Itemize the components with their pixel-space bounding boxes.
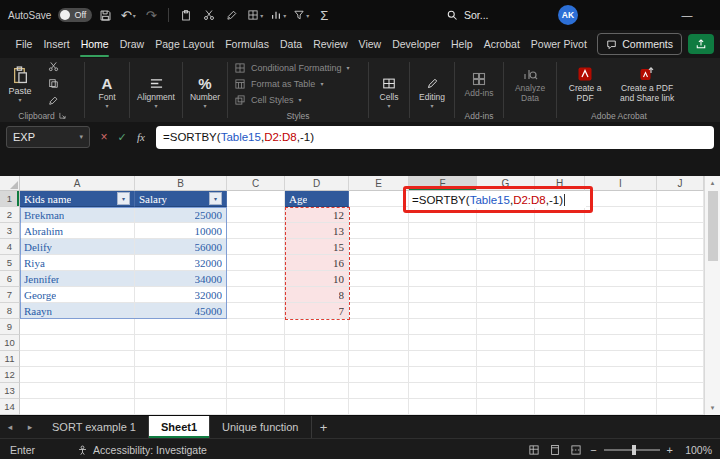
cell-A2[interactable]: Brekman: [20, 207, 135, 223]
font-group-button[interactable]: A Font ▾: [85, 58, 129, 122]
cell-F4[interactable]: [409, 239, 477, 255]
cell-G12[interactable]: [477, 367, 535, 383]
menu-tab-view[interactable]: View: [353, 30, 387, 58]
zoom-level[interactable]: 100%: [680, 444, 712, 456]
zoom-out-button[interactable]: −: [590, 444, 596, 456]
cell-J2[interactable]: [657, 207, 704, 223]
scroll-up-icon[interactable]: ▴: [705, 176, 720, 190]
cell-J6[interactable]: [657, 271, 704, 287]
cell-A11[interactable]: [20, 351, 135, 367]
cell-A3[interactable]: Abrahim: [20, 223, 135, 239]
cell-B10[interactable]: [135, 335, 227, 351]
cell-H10[interactable]: [535, 335, 585, 351]
cell-A9[interactable]: [20, 319, 135, 335]
format-as-table-button[interactable]: Format as Table ▾: [234, 76, 368, 91]
menu-tab-acrobat[interactable]: Acrobat: [478, 30, 525, 58]
menu-tab-home[interactable]: Home: [75, 30, 114, 58]
cell-F11[interactable]: [409, 351, 477, 367]
chart-button[interactable]: ▾: [268, 4, 288, 26]
cell-E14[interactable]: [349, 399, 409, 415]
cell-H14[interactable]: [535, 399, 585, 415]
cell-B2[interactable]: 25000: [135, 207, 227, 223]
cell-B11[interactable]: [135, 351, 227, 367]
menu-tab-formulas[interactable]: Formulas: [220, 30, 275, 58]
cell-D14[interactable]: [285, 399, 349, 415]
analyze-data-button[interactable]: Analyze Data: [504, 64, 556, 104]
cell-B5[interactable]: 32000: [135, 255, 227, 271]
cell-H13[interactable]: [535, 383, 585, 399]
cell-J10[interactable]: [657, 335, 704, 351]
row-header-6[interactable]: 6: [0, 271, 20, 287]
cell-E7[interactable]: [349, 287, 409, 303]
cell-J4[interactable]: [657, 239, 704, 255]
cell-G13[interactable]: [477, 383, 535, 399]
zoom-slider[interactable]: [604, 449, 660, 451]
col-header-I[interactable]: I: [585, 176, 657, 191]
col-header-J[interactable]: J: [657, 176, 704, 191]
cell-F10[interactable]: [409, 335, 477, 351]
col-header-A[interactable]: A: [20, 176, 135, 191]
cell-G6[interactable]: [477, 271, 535, 287]
cell-E3[interactable]: [349, 223, 409, 239]
menu-tab-insert[interactable]: Insert: [38, 30, 75, 58]
cell-H4[interactable]: [535, 239, 585, 255]
insert-function-button[interactable]: fx: [132, 131, 150, 143]
zoom-slider-thumb[interactable]: [632, 445, 636, 455]
cell-B12[interactable]: [135, 367, 227, 383]
cell-B9[interactable]: [135, 319, 227, 335]
autosum-button[interactable]: Σ: [314, 4, 334, 26]
cell-I4[interactable]: [585, 239, 657, 255]
cell-G7[interactable]: [477, 287, 535, 303]
cell-I3[interactable]: [585, 223, 657, 239]
cell-F6[interactable]: [409, 271, 477, 287]
cell-B7[interactable]: 32000: [135, 287, 227, 303]
enter-button[interactable]: ✓: [114, 131, 130, 144]
cell-G2[interactable]: [477, 207, 535, 223]
format-painter-button[interactable]: [222, 4, 242, 26]
add-ins-button[interactable]: Add-ins: [462, 69, 497, 99]
cut-button[interactable]: [199, 4, 219, 26]
cell-H8[interactable]: [535, 303, 585, 319]
cell-H7[interactable]: [535, 287, 585, 303]
cancel-button[interactable]: ×: [96, 130, 112, 144]
cell-H3[interactable]: [535, 223, 585, 239]
cell-H2[interactable]: [535, 207, 585, 223]
cell-H6[interactable]: [535, 271, 585, 287]
format-painter-button[interactable]: [44, 94, 62, 108]
cell-E1[interactable]: [349, 191, 409, 207]
cell-G11[interactable]: [477, 351, 535, 367]
cell-J14[interactable]: [657, 399, 704, 415]
paste-button[interactable]: Paste ▾: [0, 59, 40, 109]
row-header-11[interactable]: 11: [0, 351, 20, 367]
cell-G10[interactable]: [477, 335, 535, 351]
menu-tab-data[interactable]: Data: [274, 30, 307, 58]
cell-D5[interactable]: 16: [285, 255, 349, 271]
cell-I1[interactable]: [585, 191, 657, 207]
cell-D12[interactable]: [285, 367, 349, 383]
row-header-2[interactable]: 2: [0, 207, 20, 223]
cell-D10[interactable]: [285, 335, 349, 351]
cell-C11[interactable]: [227, 351, 285, 367]
row-header-10[interactable]: 10: [0, 335, 20, 351]
cell-A6[interactable]: Jennifer: [20, 271, 135, 287]
create-pdf-share-button[interactable]: Create a PDF and Share link: [613, 64, 681, 104]
cell-J9[interactable]: [657, 319, 704, 335]
cell-E9[interactable]: [349, 319, 409, 335]
menu-tab-power-pivot[interactable]: Power Pivot: [525, 30, 592, 58]
cell-F7[interactable]: [409, 287, 477, 303]
cell-J7[interactable]: [657, 287, 704, 303]
cell-B6[interactable]: 34000: [135, 271, 227, 287]
cell-E4[interactable]: [349, 239, 409, 255]
row-header-4[interactable]: 4: [0, 239, 20, 255]
borders-button[interactable]: ▾: [245, 4, 265, 26]
normal-view-button[interactable]: [527, 443, 541, 457]
row-header-14[interactable]: 14: [0, 399, 20, 415]
cell-J5[interactable]: [657, 255, 704, 271]
cell-A8[interactable]: Raayn: [20, 303, 135, 319]
cell-I9[interactable]: [585, 319, 657, 335]
cell-styles-button[interactable]: Cell Styles ▾: [234, 92, 368, 107]
row-header-12[interactable]: 12: [0, 367, 20, 383]
cell-B8[interactable]: 45000: [135, 303, 227, 319]
redo-button[interactable]: ↷: [141, 4, 161, 26]
cell-A13[interactable]: [20, 383, 135, 399]
